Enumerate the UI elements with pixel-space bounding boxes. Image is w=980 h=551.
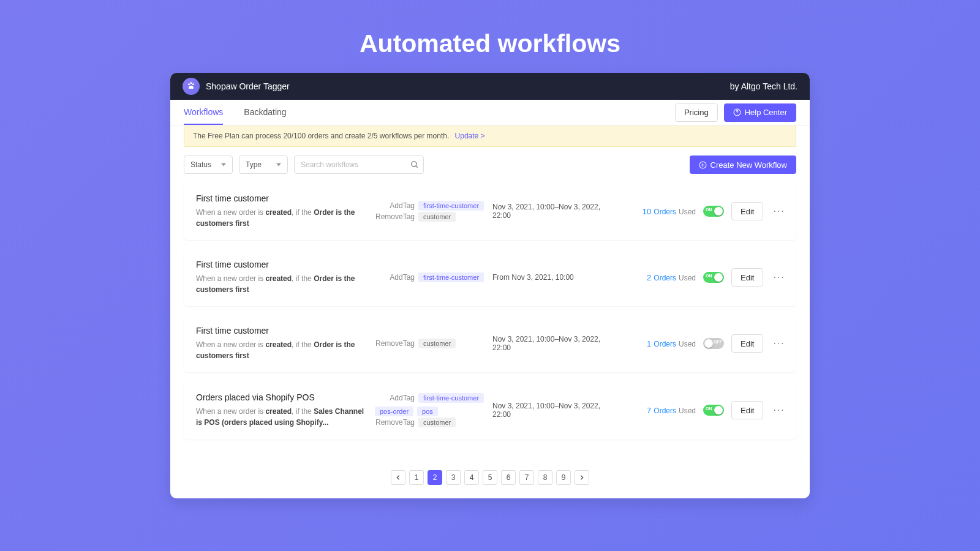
plan-notice: The Free Plan can process 20/100 orders … [184, 126, 796, 147]
workflow-usage: 10 Orders Used [616, 207, 696, 216]
workflow-date-range: From Nov 3, 2021, 10:00 [492, 273, 609, 282]
app-header: Shopaw Order Tagger by Altgo Tech Ltd. [170, 73, 810, 100]
tag-chip: customer [418, 212, 456, 222]
tag-chip: first-time-customer [418, 201, 484, 211]
workflow-toggle[interactable] [703, 405, 724, 416]
workflow-toggle[interactable] [703, 272, 724, 283]
edit-button[interactable]: Edit [731, 202, 763, 220]
help-center-button[interactable]: Help Center [724, 103, 796, 122]
workflow-card: First time customerWhen a new order is c… [184, 182, 796, 240]
chevron-down-icon [276, 162, 281, 167]
workflow-usage: 7 Orders Used [616, 406, 696, 415]
page-next-button[interactable] [575, 470, 589, 485]
nav-row: WorkflowsBackdating Pricing Help Center [170, 100, 810, 126]
workflow-description: When a new order is created, if the Orde… [196, 207, 368, 229]
page-1-button[interactable]: 1 [409, 470, 424, 485]
chevron-down-icon [221, 162, 226, 167]
toggle-knob [714, 406, 723, 414]
workflow-toggle[interactable] [703, 206, 724, 217]
workflow-date-range: Nov 3, 2021, 10:00–Nov 3, 2022, 22:00 [492, 335, 609, 352]
tag-chip: pos [417, 407, 438, 416]
help-center-label: Help Center [745, 108, 787, 117]
search-icon [410, 160, 419, 169]
page-5-button[interactable]: 5 [483, 470, 497, 485]
add-tag-label: AddTag [375, 273, 415, 282]
app-card: Shopaw Order Tagger by Altgo Tech Ltd. W… [170, 73, 810, 498]
page-prev-button[interactable] [391, 470, 405, 485]
type-select[interactable]: Type [239, 156, 288, 174]
status-select[interactable]: Status [184, 156, 233, 174]
workflow-card: Orders placed via Shopify POSWhen a new … [184, 381, 796, 440]
edit-button[interactable]: Edit [731, 334, 763, 353]
page-9-button[interactable]: 9 [556, 470, 571, 485]
tab-workflows[interactable]: Workflows [184, 100, 223, 125]
remove-tag-label: RemoveTag [375, 339, 415, 348]
page-8-button[interactable]: 8 [538, 470, 552, 485]
page-3-button[interactable]: 3 [446, 470, 461, 485]
remove-tag-label: RemoveTag [375, 418, 415, 427]
create-workflow-label: Create New Workflow [710, 160, 787, 170]
nav-tabs: WorkflowsBackdating [184, 100, 287, 125]
app-header-left: Shopaw Order Tagger [183, 78, 290, 95]
search-wrap [294, 156, 424, 174]
workflow-title: First time customer [196, 260, 368, 269]
app-title: Shopaw Order Tagger [206, 81, 290, 91]
workflow-date-range: Nov 3, 2021, 10:00–Nov 3, 2022, 22:00 [492, 203, 609, 220]
app-byline: by Altgo Tech Ltd. [730, 81, 797, 91]
tag-chip: first-time-customer [418, 272, 484, 282]
more-icon[interactable]: ··· [771, 272, 787, 283]
tag-chip: customer [418, 339, 456, 348]
workflow-usage: 1 Orders Used [616, 339, 696, 348]
workflow-tags: AddTagfirst-time-customerRemoveTagcustom… [375, 200, 485, 223]
workflow-title: First time customer [196, 326, 368, 335]
add-tag-label: AddTag [375, 394, 415, 402]
tab-backdating[interactable]: Backdating [244, 100, 286, 125]
workflow-tags: RemoveTagcustomer [375, 337, 485, 350]
pagination: 123456789 [170, 460, 810, 498]
help-icon [733, 108, 741, 116]
search-input[interactable] [294, 156, 424, 174]
workflow-title: Orders placed via Shopify POS [196, 392, 368, 402]
remove-tag-label: RemoveTag [375, 212, 415, 221]
workflow-description: When a new order is created, if the Sale… [196, 406, 368, 428]
more-icon[interactable]: ··· [771, 338, 787, 349]
status-select-label: Status [190, 160, 211, 169]
tag-chip: customer [418, 418, 456, 427]
toggle-knob [714, 207, 723, 216]
workflow-description: When a new order is created, if the Orde… [196, 339, 368, 361]
tag-chip: first-time-customer [418, 393, 484, 403]
add-tag-label: AddTag [375, 201, 415, 210]
page-4-button[interactable]: 4 [464, 470, 479, 485]
create-workflow-button[interactable]: Create New Workflow [690, 156, 796, 174]
more-icon[interactable]: ··· [771, 206, 787, 217]
workflow-date-range: Nov 3, 2021, 10:00–Nov 3, 2022, 22:00 [492, 402, 609, 419]
toolbar: Status Type Create New Workflow [170, 147, 810, 182]
pricing-button[interactable]: Pricing [675, 103, 718, 122]
workflow-card: First time customerWhen a new order is c… [184, 249, 796, 306]
svg-point-1 [412, 162, 417, 167]
plus-circle-icon [699, 161, 707, 169]
page-7-button[interactable]: 7 [519, 470, 534, 485]
toggle-knob [704, 339, 713, 348]
workflow-tags: AddTagfirst-time-customerpos-orderposRem… [375, 392, 485, 429]
workflow-tags: AddTagfirst-time-customer [375, 271, 485, 283]
edit-button[interactable]: Edit [731, 401, 763, 419]
nav-actions: Pricing Help Center [675, 103, 796, 122]
workflow-usage: 2 Orders Used [616, 273, 696, 282]
workflow-toggle[interactable] [703, 338, 724, 349]
workflow-description: When a new order is created, if the Orde… [196, 273, 368, 295]
toggle-knob [714, 273, 723, 282]
workflow-list: First time customerWhen a new order is c… [170, 182, 810, 460]
page-6-button[interactable]: 6 [501, 470, 516, 485]
page-2-button[interactable]: 2 [428, 470, 442, 485]
workflow-card: First time customerWhen a new order is c… [184, 315, 796, 372]
plan-notice-text: The Free Plan can process 20/100 orders … [193, 132, 449, 140]
more-icon[interactable]: ··· [771, 405, 787, 416]
type-select-label: Type [246, 160, 262, 169]
edit-button[interactable]: Edit [731, 268, 763, 287]
app-logo-icon [183, 78, 200, 95]
tag-chip: pos-order [375, 407, 413, 416]
workflow-title: First time customer [196, 193, 368, 203]
plan-update-link[interactable]: Update > [455, 132, 485, 140]
hero-title: Automated workflows [360, 29, 620, 58]
